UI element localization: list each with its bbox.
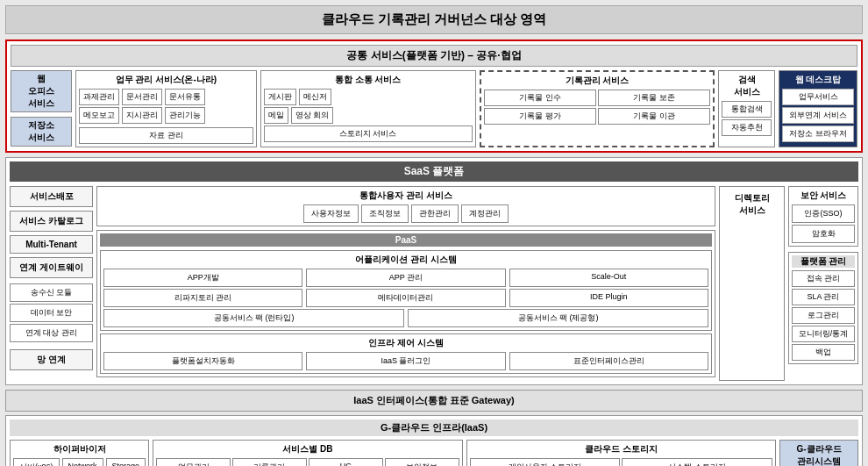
search-item-1: 통합검색 — [722, 101, 772, 118]
gateway-sub-items: 송수신 모듈 데이터 보안 연계 대상 관리 — [10, 283, 93, 342]
comm-item-3: 메일 — [264, 107, 288, 124]
infra-item-2: IaaS 플러그인 — [306, 352, 505, 370]
gcloud-db-title: 서비스별 DB — [156, 443, 459, 455]
biz-col-1: 과제관리 메모보고 — [79, 89, 119, 124]
biz-item-5: 문서유통 — [165, 89, 205, 105]
sub-item-2: 데이터 보안 — [10, 304, 93, 322]
gcloud-title: G-클라우드 인프라(IaaS) — [10, 419, 858, 436]
saas-center-panel: 통합사용자 관리 서비스 사용자정보 조직정보 관한관리 계정관리 PaaS 어… — [96, 186, 715, 381]
platform-item-4: 모니터링/통계 — [792, 326, 855, 342]
shared-service-row: 공동서비스 팩 (런타입) 공동서비스 팩 (제공형) — [103, 309, 708, 327]
sub-item-1: 송수신 모듈 — [10, 283, 93, 302]
records-item-4: 기록물 이관 — [598, 108, 710, 125]
user-item-3: 관한관리 — [411, 204, 459, 223]
storage-label: 저장소서비스 — [11, 117, 72, 147]
gcloud-db-3: UC — [309, 458, 383, 466]
integrated-user-block: 통합사용자 관리 서비스 사용자정보 조직정보 관한관리 계정관리 — [96, 186, 715, 226]
integrated-comm-title: 통합 소통 서비스 — [264, 74, 473, 86]
top-inner: 웹 오피스 서비스 저장소서비스 업무 관리 서비스(온-나라) 과제관리 메모… — [11, 70, 857, 147]
top-section: 공통 서비스(플랫폼 기반) – 공유·협업 웹 오피스 서비스 저장소서비스 … — [5, 39, 863, 153]
gcloud-hyp-2: Network — [62, 458, 103, 466]
user-item-4: 계정관리 — [461, 204, 509, 223]
gcloud-db-items: 업무관리 기록관리 UC 보안정보 — [156, 458, 459, 466]
meta-item-3: IDE Plugin — [509, 289, 708, 307]
biz-item-2: 메모보고 — [79, 107, 119, 124]
biz-item-4: 지시관리 — [122, 107, 162, 124]
gcloud-storage-1: 개인사용자 스토리지 — [470, 458, 621, 466]
integrated-comm-block: 통합 소통 서비스 게시판 메신저 메일 영상 회의 스토리지 서비스 — [260, 70, 476, 147]
web-desktop-items: 업무서비스 외부연계 서비스 저장소 브라우저 — [782, 89, 854, 142]
page-title: 클라우드 기록관리 거버넌스 대상 영역 — [5, 5, 863, 34]
gcloud-system-block: G-클라우드관리시스템 — [779, 440, 858, 466]
meta-item-2: 메타데이터관리 — [306, 289, 505, 307]
gcloud-hyp-1: 서버(x86) — [13, 458, 60, 466]
platform-item-1: 접속 관리 — [792, 270, 855, 287]
meta-row: 리파지토리 관리 메타데이터관리 IDE Plugin — [103, 289, 708, 307]
sub-item-3: 연계 대상 관리 — [10, 324, 93, 342]
user-items-row: 사용자정보 조직정보 관한관리 계정관리 — [100, 204, 712, 223]
infra-item-1: 플랫폼설치자동화 — [103, 352, 302, 370]
storage-svc-item: 스토리지 서비스 — [264, 125, 473, 142]
infra-ctrl-block: 인프라 제어 시스템 플랫폼설치자동화 IaaS 플러그인 표준인터페이스관리 — [100, 333, 712, 374]
records-mgmt-block: 기록관리 서비스 기록물 인수 기록물 보존 기록물 평가 기록물 이관 — [480, 70, 715, 147]
gcloud-hypervisor-title: 하이퍼바이저 — [13, 443, 146, 455]
gcloud-inner: 하이퍼바이저 서버(x86) Network Storage 서비스별 DB 업… — [10, 440, 858, 466]
gcloud-system-title: G-클라우드관리시스템 — [783, 443, 855, 466]
meta-item-1: 리파지토리 관리 — [103, 289, 302, 307]
saas-right-panel: 보안 서비스 인증(SSO) 암호화 플랫폼 관리 접속 관리 SLA 관리 로… — [788, 186, 858, 381]
app-item-3: Scale-Out — [509, 269, 708, 287]
biz-mgmt-items: 과제관리 메모보고 문서관리 지시관리 문서유통 관리기능 — [79, 89, 253, 124]
search-items: 통합검색 자동추천 — [722, 101, 772, 136]
comm-item-2: 메신저 — [299, 89, 331, 105]
infra-ctrl-title: 인프라 제어 시스템 — [103, 337, 708, 349]
app-item-1: APP개발 — [103, 269, 302, 287]
app-items-row-1: APP개발 APP 관리 Scale-Out — [103, 269, 708, 287]
comm-row-3: 스토리지 서비스 — [264, 125, 473, 142]
gcloud-storage-block: 클라우드 스토리지 개인사용자 스토리지 시스템 스토리지 — [466, 440, 776, 466]
records-mgmt-title: 기록관리 서비스 — [484, 75, 710, 87]
biz-mgmt-block: 업무 관리 서비스(온-나라) 과제관리 메모보고 문서관리 지시관리 문서유통… — [75, 70, 257, 147]
search-item-2: 자동추천 — [722, 119, 772, 136]
infra-items-row: 플랫폼설치자동화 IaaS 플러그인 표준인터페이스관리 — [103, 352, 708, 370]
user-item-2: 조직정보 — [361, 204, 409, 223]
app-mgmt-title: 어플리케이션 관리 시스템 — [103, 254, 708, 266]
web-desktop-item-3: 저장소 브라우저 — [782, 125, 854, 142]
comm-row-1: 게시판 메신저 — [264, 89, 473, 105]
search-block: 검색서비스 통합검색 자동추천 — [718, 70, 775, 147]
multi-tenant: Multi-Tenant — [10, 235, 93, 254]
shared-svc-1: 공동서비스 팩 (런타입) — [103, 309, 404, 327]
directory-block: 디렉토리서비스 — [719, 186, 785, 381]
platform-mgmt-title: 플랫폼 관리 — [792, 255, 855, 268]
saas-left-panel: 서비스배포 서비스 카탈로그 Multi-Tenant 연계 게이트웨이 송수신… — [10, 186, 93, 381]
gateway: 연계 게이트웨이 — [10, 257, 93, 278]
platform-items: 접속 관리 SLA 관리 로그관리 모니터링/통계 백업 — [792, 270, 855, 361]
gcloud-db-block: 서비스별 DB 업무관리 기록관리 UC 보안정보 — [153, 440, 462, 466]
service-catalog: 서비스 카탈로그 — [10, 211, 93, 232]
comm-item-1: 게시판 — [264, 89, 296, 105]
biz-item-6: 관리기능 — [165, 107, 205, 124]
integrated-user-title: 통합사용자 관리 서비스 — [100, 190, 712, 202]
shared-svc-2: 공동서비스 팩 (제공형) — [408, 309, 708, 327]
security-item-1: 인증(SSO) — [792, 204, 855, 223]
web-desktop-item-1: 업무서비스 — [782, 89, 854, 105]
search-title: 검색서비스 — [734, 74, 760, 98]
web-desktop-block: 웹 데스크탑 업무서비스 외부연계 서비스 저장소 브라우저 — [779, 70, 857, 147]
gcloud-storage-items: 개인사용자 스토리지 시스템 스토리지 — [470, 458, 772, 466]
records-item-3: 기록물 평가 — [484, 108, 596, 125]
comm-item-4: 영상 회의 — [291, 107, 334, 124]
saas-inner: 서비스배포 서비스 카탈로그 Multi-Tenant 연계 게이트웨이 송수신… — [10, 186, 858, 381]
platform-item-3: 로그관리 — [792, 307, 855, 324]
saas-section: SaaS 플랫폼 서비스배포 서비스 카탈로그 Multi-Tenant 연계 … — [5, 157, 863, 385]
biz-mgmt-title: 업무 관리 서비스(온-나라) — [79, 74, 253, 86]
platform-item-2: SLA 관리 — [792, 289, 855, 305]
records-grid: 기록물 인수 기록물 보존 기록물 평가 기록물 이관 — [484, 90, 710, 125]
security-items: 인증(SSO) 암호화 — [792, 204, 855, 243]
biz-item-3: 문서관리 — [122, 89, 162, 105]
gcloud-storage-2: 시스템 스토리지 — [622, 458, 772, 466]
user-item-1: 사용자정보 — [303, 204, 359, 223]
web-desktop-item-2: 외부연계 서비스 — [782, 107, 854, 124]
network-link: 망 연계 — [10, 349, 93, 370]
biz-col-2: 문서관리 지시관리 — [122, 89, 162, 124]
web-office-label: 웹 오피스 서비스 — [11, 70, 72, 112]
comm-row-2: 메일 영상 회의 — [264, 107, 473, 124]
